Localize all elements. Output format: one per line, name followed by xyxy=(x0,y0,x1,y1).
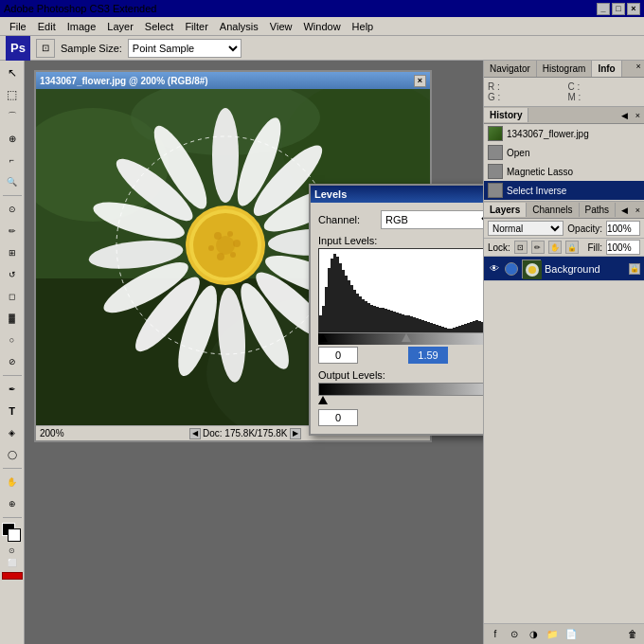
input-values-row: 0 255 xyxy=(318,347,483,364)
clone-stamp-tool[interactable]: ⊞ xyxy=(2,242,23,263)
history-panel-close[interactable]: × xyxy=(632,111,644,120)
blend-mode-select[interactable]: Normal Multiply Screen xyxy=(488,221,564,236)
background-color[interactable] xyxy=(8,528,21,542)
history-item-open[interactable]: Open xyxy=(484,143,644,162)
tab-info[interactable]: Info xyxy=(592,61,621,77)
input-black-field[interactable]: 0 xyxy=(318,347,358,364)
menu-image[interactable]: Image xyxy=(62,19,102,34)
menu-analysis[interactable]: Analysis xyxy=(214,19,264,34)
new-layer-button[interactable]: 📄 xyxy=(564,627,579,642)
top-panel-close[interactable]: × xyxy=(633,61,644,72)
path-selection-tool[interactable]: ◈ xyxy=(2,422,23,443)
layer-group-button[interactable]: 📁 xyxy=(545,627,560,642)
tab-paths[interactable]: Paths xyxy=(580,203,617,217)
quick-select-tool[interactable]: ⊕ xyxy=(2,128,23,149)
status-nav-arrows: ◀ Doc: 175.8K/175.8K ▶ xyxy=(189,428,301,439)
prev-page-button[interactable]: ◀ xyxy=(189,428,201,439)
input-gamma-field[interactable] xyxy=(408,347,448,364)
layers-list: 👁 Background 🔒 xyxy=(484,257,644,623)
svg-rect-86 xyxy=(464,324,467,332)
adjustment-layer-button[interactable]: ◑ xyxy=(526,627,541,642)
history-item-file[interactable]: 1343067_flower.jpg xyxy=(484,124,644,143)
delete-layer-button[interactable]: 🗑 xyxy=(625,627,640,642)
opacity-input[interactable] xyxy=(606,221,640,236)
quick-mask-mode[interactable]: ⊙ xyxy=(9,546,15,556)
layer-item-background[interactable]: 👁 Background 🔒 xyxy=(484,257,644,281)
healing-brush-tool[interactable]: ⊙ xyxy=(2,199,23,220)
close-button[interactable]: × xyxy=(627,3,640,15)
next-page-button[interactable]: ▶ xyxy=(290,428,301,439)
lock-all-btn[interactable]: 🔒 xyxy=(565,241,579,254)
output-min-field[interactable]: 0 xyxy=(318,409,358,426)
sample-size-select[interactable]: Point Sample 3 by 3 Average 5 by 5 Avera… xyxy=(128,39,242,58)
menu-help[interactable]: Help xyxy=(347,19,380,34)
maximize-button[interactable]: □ xyxy=(612,3,625,15)
dodge-tool[interactable]: ⊘ xyxy=(2,351,23,372)
hand-tool[interactable]: ✋ xyxy=(2,472,23,492)
channel-select[interactable]: RGB Red Green Blue xyxy=(381,210,483,229)
shape-tool[interactable]: ◯ xyxy=(2,444,23,465)
svg-rect-43 xyxy=(342,270,345,332)
history-thumb-1 xyxy=(488,145,503,160)
tab-channels[interactable]: Channels xyxy=(527,203,579,217)
color-swatches[interactable] xyxy=(2,523,23,544)
menu-layer[interactable]: Layer xyxy=(101,19,139,34)
history-item-select-inverse[interactable]: Select Inverse xyxy=(484,181,644,200)
layers-panel-close[interactable]: × xyxy=(632,206,644,215)
lock-image-btn[interactable]: ✏ xyxy=(531,241,545,254)
lasso-tool[interactable]: ⌒ xyxy=(2,106,23,127)
history-brush-tool[interactable]: ↺ xyxy=(2,264,23,285)
menu-window[interactable]: Window xyxy=(297,19,346,34)
move-tool[interactable]: ↖ xyxy=(2,63,23,83)
layer-styles-button[interactable]: f xyxy=(488,627,503,642)
zoom-tool[interactable]: ⊕ xyxy=(2,493,23,514)
menu-edit[interactable]: Edit xyxy=(32,19,62,34)
tab-navigator[interactable]: Navigator xyxy=(484,61,537,77)
info-red-col: R : xyxy=(488,81,561,92)
levels-title-bar[interactable]: Levels × xyxy=(311,186,483,203)
lock-position-btn[interactable]: ✋ xyxy=(548,241,562,254)
tab-history[interactable]: History xyxy=(484,108,528,122)
screen-mode[interactable]: ⬜ xyxy=(8,559,17,567)
document-title-bar[interactable]: 1343067_flower.jpg @ 200% (RGB/8#) × xyxy=(36,72,430,89)
eraser-tool[interactable]: ◻ xyxy=(2,286,23,307)
layers-blend-row: Normal Multiply Screen Opacity: xyxy=(484,219,644,239)
input-levels-label: Input Levels: xyxy=(318,235,483,246)
black-point-handle[interactable] xyxy=(318,333,328,342)
top-panel: Navigator Histogram Info × R : C : G : xyxy=(484,61,644,107)
menu-view[interactable]: View xyxy=(264,19,298,34)
history-thumb-3 xyxy=(488,183,503,198)
marquee-tool[interactable]: ⬚ xyxy=(2,84,23,105)
document-close-button[interactable]: × xyxy=(414,75,426,87)
tab-histogram[interactable]: Histogram xyxy=(537,61,593,77)
levels-content: Channel: RGB Red Green Blue Input Levels… xyxy=(311,203,483,434)
menu-select[interactable]: Select xyxy=(139,19,180,34)
output-black-handle[interactable] xyxy=(318,396,328,404)
menu-file[interactable]: File xyxy=(4,19,32,34)
history-item-lasso[interactable]: Magnetic Lasso xyxy=(484,162,644,181)
brush-tool[interactable]: ✏ xyxy=(2,221,23,242)
history-panel-expand[interactable]: ◀ xyxy=(617,111,632,120)
svg-point-31 xyxy=(208,245,214,251)
info-g-label: G : xyxy=(488,92,500,102)
fill-input[interactable] xyxy=(606,240,640,255)
minimize-button[interactable]: _ xyxy=(597,3,610,15)
svg-rect-36 xyxy=(322,306,325,332)
menu-filter[interactable]: Filter xyxy=(179,19,213,34)
text-tool[interactable]: T xyxy=(2,401,23,421)
tab-layers[interactable]: Layers xyxy=(484,203,527,217)
lock-transparent-btn[interactable]: ⊡ xyxy=(514,241,528,254)
pen-tool[interactable]: ✒ xyxy=(2,379,23,400)
output-slider-row[interactable] xyxy=(318,396,483,407)
blur-tool[interactable]: ○ xyxy=(2,330,23,350)
svg-rect-76 xyxy=(436,325,438,332)
add-mask-button[interactable]: ⊙ xyxy=(507,627,522,642)
layers-panel-expand[interactable]: ◀ xyxy=(617,206,632,215)
gamma-handle[interactable] xyxy=(402,333,411,342)
eyedropper-tool[interactable]: 🔍 xyxy=(2,171,23,192)
layer-visibility-eye[interactable]: 👁 xyxy=(488,262,501,276)
input-gradient-slider[interactable] xyxy=(318,333,483,345)
tool-separator-2 xyxy=(3,375,22,376)
gradient-tool[interactable]: ▓ xyxy=(2,308,23,329)
crop-tool[interactable]: ⌐ xyxy=(2,150,23,170)
